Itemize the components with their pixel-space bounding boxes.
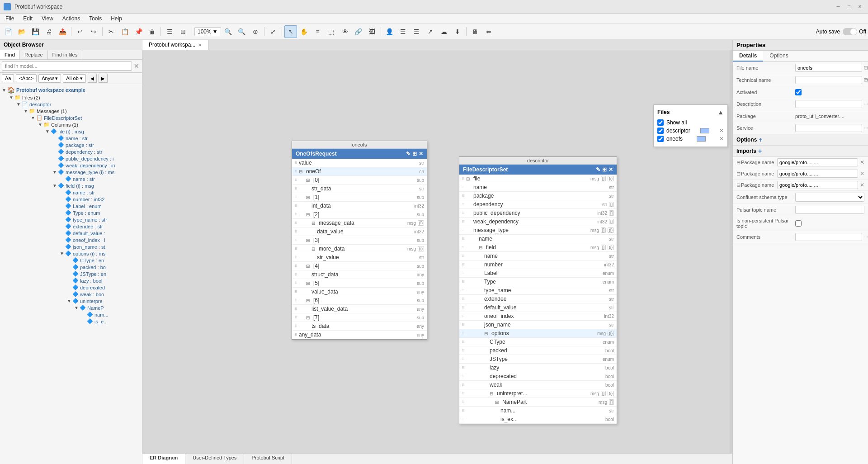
autosave-track[interactable]: [843, 28, 857, 35]
imports-add-button[interactable]: +: [758, 147, 762, 155]
tree-item-field[interactable]: ▼ 🔷 field (i) : msg: [0, 182, 142, 189]
props-checkbox-activated[interactable]: [795, 89, 802, 95]
node-row-strvalue[interactable]: ⠿ str_value str: [292, 253, 427, 262]
filter-allobj-btn[interactable]: All ob ▾: [63, 74, 86, 83]
export-button[interactable]: 📤: [56, 25, 69, 38]
tree-item-extendee[interactable]: ▶ 🔷 extendee : str: [0, 223, 142, 230]
expand-fds[interactable]: ▼: [31, 115, 36, 120]
zoom-dropdown-icon[interactable]: ▼: [212, 28, 218, 35]
bottom-tab-proto[interactable]: Protobuf Script: [244, 454, 292, 464]
edit-icon-desc[interactable]: ✎: [596, 166, 600, 173]
props-input-service[interactable]: [795, 124, 862, 132]
new-button[interactable]: 📄: [2, 25, 14, 38]
props-checkbox-pulsar-persist[interactable]: [795, 220, 802, 227]
canvas-tab-main[interactable]: Protobuf workspa... ✕: [142, 40, 208, 50]
desc-row-file[interactable]: ⠿ ⊟ file msg [] (i): [459, 175, 617, 183]
expand-button[interactable]: ⤢: [267, 25, 279, 38]
desc-row-name[interactable]: ⠿ name str: [459, 183, 617, 192]
desc-row-ctype[interactable]: ⠿ CType enum: [459, 338, 617, 346]
autosave-toggle[interactable]: Off: [843, 28, 866, 35]
expand-0[interactable]: ⊟: [306, 178, 311, 183]
node-row-3[interactable]: ⠿ ⊟ [3] sub: [292, 236, 427, 245]
node-row-msgdata[interactable]: ⠿ ⊟ message_data msg (i): [292, 219, 427, 227]
tree-item-files[interactable]: ▼ 📁 Files (2): [0, 94, 142, 101]
menu-tools[interactable]: Tools: [85, 14, 105, 23]
expand-6[interactable]: ⊟: [306, 298, 311, 303]
node-row-strdata[interactable]: ⠿ str_data str: [292, 185, 427, 193]
tree-item-file-col[interactable]: ▼ 🔷 file (i) : msg: [0, 128, 142, 135]
desc-row-typename[interactable]: ⠿ type_name str: [459, 286, 617, 295]
files-panel-item-oneofs[interactable]: oneofs ✕: [657, 135, 724, 143]
node-row-0[interactable]: ⠿ ⊟ [0] sub: [292, 176, 427, 185]
filter-case-btn[interactable]: Aa: [2, 74, 14, 82]
desc-row-pubdep[interactable]: ⠿ public_dependency int32 []: [459, 209, 617, 218]
oneofs-close-button[interactable]: ✕: [719, 136, 724, 142]
tree-item-is-e[interactable]: ▶ 🔷 is_e...: [0, 318, 142, 325]
desc-row-deprecated[interactable]: ⠿ deprecated bool: [459, 372, 617, 381]
tree-item-filedescriptorset[interactable]: ▼ 📋 FileDescriptorSet: [0, 114, 142, 121]
arrows-button[interactable]: ⇔: [482, 25, 495, 38]
cloud-button[interactable]: ☁: [438, 25, 450, 38]
node-row-7[interactable]: ⠿ ⊟ [7] sub: [292, 313, 427, 322]
close-button[interactable]: ✕: [855, 2, 864, 11]
ob-search-input[interactable]: [2, 62, 132, 71]
expand-desc-file[interactable]: ⊟: [466, 176, 472, 181]
tree-item-oneof-idx[interactable]: ▶ 🔷 oneof_index : i: [0, 237, 142, 243]
node-row-6[interactable]: ⠿ ⊟ [6] sub: [292, 296, 427, 305]
oneofs-node[interactable]: oneofs OneOfsRequest ✎ ⊞ ✕ ⠿ value str: [292, 141, 427, 340]
node-row-moredata[interactable]: ⠿ ⊟ more_data msg (i): [292, 245, 427, 253]
ob-tab-find[interactable]: Find: [0, 50, 20, 59]
pkg-close-1[interactable]: ✕: [860, 159, 864, 166]
ob-nav-next[interactable]: ▶: [99, 74, 108, 83]
tree-item-uninterpre[interactable]: ▼ 🔷 uninterpre: [0, 298, 142, 304]
expand-moredata[interactable]: ⊟: [311, 246, 317, 251]
tree-item-name1[interactable]: ▶ 🔷 name : str: [0, 135, 142, 142]
tree-item-json-name[interactable]: ▶ 🔷 json_name : st: [0, 243, 142, 250]
edit-icon[interactable]: ✎: [406, 151, 410, 157]
expand-root[interactable]: ▼: [2, 88, 7, 93]
show-all-checkbox[interactable]: [657, 119, 664, 126]
expand-4[interactable]: ⊟: [306, 264, 311, 269]
expand-5[interactable]: ⊟: [306, 281, 311, 286]
image-button[interactable]: 🖼: [366, 25, 378, 38]
files-panel-collapse-button[interactable]: ▲: [717, 109, 724, 116]
tree-item-weak-dep[interactable]: ▶ 🔷 weak_dependency : in: [0, 162, 142, 169]
expand-namepart-desc[interactable]: ⊟: [495, 400, 500, 405]
node-row-4[interactable]: ⠿ ⊟ [4] sub: [292, 262, 427, 270]
node-row-1[interactable]: ⠿ ⊟ [1] sub: [292, 193, 427, 202]
ob-tab-replace[interactable]: Replace: [20, 50, 47, 59]
delete-button[interactable]: 🗑: [146, 25, 158, 38]
menu-view[interactable]: View: [38, 14, 57, 23]
menu-help[interactable]: Help: [107, 14, 126, 23]
desc-row-isex[interactable]: ⠿ is_ex... bool: [459, 415, 617, 424]
paste-button[interactable]: 📌: [132, 25, 145, 38]
user-button[interactable]: 👤: [383, 25, 396, 38]
node-row-5[interactable]: ⠿ ⊟ [5] sub: [292, 279, 427, 288]
description-expand-icon[interactable]: ⋯: [864, 100, 868, 108]
comments-expand-icon[interactable]: ⋯: [864, 233, 868, 241]
filename-copy-icon[interactable]: ⧉: [864, 64, 868, 72]
tree-item-number[interactable]: ▶ 🔷 number : int32: [0, 196, 142, 203]
bottom-tab-er[interactable]: ER Diagram: [142, 454, 185, 464]
expand-icon-desc[interactable]: ⊞: [602, 166, 607, 173]
link-button[interactable]: 🔗: [352, 25, 365, 38]
layout-button[interactable]: ⊞: [177, 25, 189, 38]
tree-item-default-val[interactable]: ▶ 🔷 default_value :: [0, 230, 142, 237]
format-button[interactable]: ☰: [163, 25, 176, 38]
expand-oneof[interactable]: ⊟: [299, 169, 304, 174]
expand-msg-type[interactable]: ▼: [52, 170, 58, 175]
tree-item-descriptor[interactable]: ▼ 📄 descriptor: [0, 101, 142, 108]
tree-item-name2[interactable]: ▶ 🔷 name : str: [0, 175, 142, 182]
desc-row-type[interactable]: ⠿ Type enum: [459, 278, 617, 286]
service-expand-icon[interactable]: ⋯: [864, 124, 868, 132]
tree-item-messages[interactable]: ▼ 📁 Messages (1): [0, 108, 142, 114]
share-button[interactable]: ↗: [424, 25, 437, 38]
expand-1[interactable]: ⊟: [306, 195, 311, 200]
desc-row-options[interactable]: ⠿ ⊟ options msg (i): [459, 329, 617, 338]
tree-item-jstype[interactable]: ▶ 🔷 JSType : en: [0, 270, 142, 277]
expand-file-col[interactable]: ▼: [45, 129, 51, 134]
node-row-anydata[interactable]: ⠿ any_data any: [292, 331, 427, 339]
open-button[interactable]: 📂: [15, 25, 28, 38]
tree-item-msg-type[interactable]: ▼ 🔷 message_type (i) : ms: [0, 169, 142, 175]
menu-file[interactable]: File: [2, 14, 18, 23]
